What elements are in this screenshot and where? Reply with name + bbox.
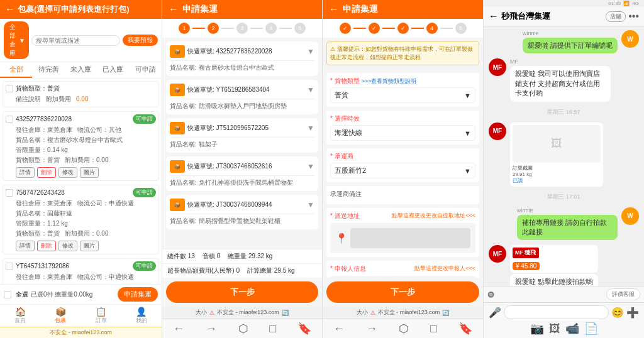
video-button[interactable]: 📹 bbox=[565, 322, 579, 335]
form-card-sender: * 申報人信息 點擊這裡更改申報人<<< 📍 bbox=[326, 261, 479, 278]
form-card: 承運商備注 bbox=[326, 186, 479, 204]
delete-button[interactable]: 刪除 bbox=[37, 241, 56, 251]
message-bubble: 親愛噠 我司可以使用淘寶店鋪支付 支持超商支付或信用卡支付喲 bbox=[510, 66, 611, 101]
tabs-icon[interactable]: 🔖 bbox=[297, 322, 311, 335]
package-icon: 📦 bbox=[170, 199, 185, 211]
panel1-tabs: 全部 待完善 未入庫 已入庫 可申請 bbox=[0, 62, 162, 79]
warehouse-button[interactable]: 全部倉庫 ▼ bbox=[4, 21, 29, 59]
step-2: ✓ bbox=[369, 23, 380, 34]
tab-appliable[interactable]: 可申請 bbox=[130, 62, 162, 78]
share-icon[interactable]: ⬡ bbox=[238, 322, 248, 335]
location-icon: 📍 bbox=[335, 232, 348, 244]
address-hint[interactable]: 點擊這裡更改更改自提取地址<<< bbox=[392, 212, 475, 221]
nav-packages[interactable]: 📦 包裹 bbox=[40, 305, 80, 327]
back-icon[interactable]: ← bbox=[489, 11, 499, 22]
network-label: 4G bbox=[632, 1, 639, 6]
time-label: 01:39 bbox=[608, 1, 621, 6]
expand-icon[interactable]: ▼ bbox=[307, 124, 314, 133]
message-row: W winnie 親愛噠 請提供下訂單編號呢 bbox=[489, 30, 639, 53]
expand-icon[interactable]: ▼ bbox=[307, 47, 314, 56]
form-card-address: * 派送地址 點擊這裡更改更改自提取地址<<< 📍 bbox=[326, 208, 479, 257]
share-icon[interactable]: ⬡ bbox=[399, 322, 409, 335]
back-nav-icon[interactable]: ← bbox=[333, 322, 345, 335]
package-icon: 📦 bbox=[55, 307, 66, 317]
time-effect-select[interactable]: 海運快線 ▼ bbox=[330, 125, 475, 141]
goods-type-select[interactable]: 普貨 ▼ bbox=[330, 87, 475, 103]
image-button[interactable]: 圖片 bbox=[80, 241, 99, 251]
back-icon[interactable]: ← bbox=[169, 4, 179, 15]
expand-icon[interactable]: ▼ bbox=[307, 85, 314, 94]
brand-logo: MF 穗飛 bbox=[513, 248, 539, 258]
item-actions: 詳情 刪除 修改 圖片 bbox=[16, 167, 156, 178]
mypre-button[interactable]: 我要預報 bbox=[123, 35, 158, 46]
tab-not-in[interactable]: 未入庫 bbox=[65, 62, 97, 78]
url-bar-3: 大小 ⚠ 不安全 - miaofei123.com 🔄 bbox=[323, 307, 483, 319]
detail-button[interactable]: 詳情 bbox=[16, 241, 35, 251]
avatar: MF bbox=[489, 58, 506, 76]
item-checkbox[interactable] bbox=[6, 116, 13, 123]
step-5: 5 bbox=[455, 23, 467, 34]
summary-row: 總件數 13 音積 0 總重量 29.32 kg bbox=[162, 249, 322, 263]
tabs-icon[interactable]: 🔖 bbox=[458, 322, 472, 335]
chat-footer: 🎤 😊 ➕ 📷 🖼 📹 📄 bbox=[484, 302, 644, 338]
mic-button[interactable]: 🎤 bbox=[489, 307, 501, 319]
status-badge: 可申請 bbox=[133, 188, 156, 197]
message-time: 星期三 16:57 bbox=[489, 108, 639, 116]
sender-area: 📍 bbox=[330, 276, 475, 278]
tab-all[interactable]: 全部 bbox=[0, 62, 32, 78]
store-tag: 店鋪 bbox=[606, 11, 626, 22]
panel1-subheader: 全部倉庫 ▼ 我要預報 bbox=[0, 19, 162, 62]
apply-button[interactable]: 申請集運 bbox=[118, 287, 158, 302]
expand-icon[interactable]: ▼ bbox=[307, 162, 314, 171]
chat-input[interactable] bbox=[504, 305, 609, 319]
add-button[interactable]: ➕ bbox=[626, 307, 639, 319]
detail-button[interactable]: 詳情 bbox=[16, 167, 35, 178]
tab-in[interactable]: 已入庫 bbox=[97, 62, 129, 78]
bookmark-icon[interactable]: □ bbox=[430, 322, 437, 335]
back-icon[interactable]: ← bbox=[5, 4, 15, 15]
tab-pending[interactable]: 待完善 bbox=[32, 62, 64, 78]
forward-nav-icon[interactable]: → bbox=[366, 322, 377, 335]
list-item: 📦 快遞單號: JT5120996572205 ▼ 貨品名稱: 鞋架子 bbox=[166, 118, 318, 153]
image-button[interactable]: 圖片 bbox=[80, 167, 99, 178]
rate-button[interactable]: 評價客服 bbox=[606, 288, 640, 300]
nav-profile[interactable]: 👤 我的 bbox=[121, 305, 162, 327]
file-button[interactable]: 📄 bbox=[584, 322, 598, 335]
emoji-button[interactable]: 😊 bbox=[611, 307, 624, 319]
chat-messages: W winnie 親愛噠 請提供下訂單編號呢 MF MF 親愛噠 我司可以使用淘… bbox=[484, 26, 644, 286]
expand-icon[interactable]: ▼ bbox=[307, 200, 314, 209]
form-card: * 選擇時效 海運快線 ▼ bbox=[326, 111, 479, 144]
back-icon[interactable]: ← bbox=[329, 4, 339, 15]
photo-button[interactable]: 🖼 bbox=[549, 322, 560, 335]
receiver-select[interactable]: 五股新竹2 ▼ bbox=[330, 163, 475, 178]
avatar: W bbox=[621, 30, 639, 48]
next-button-3[interactable]: 下一步 bbox=[326, 281, 479, 303]
step-1: ✓ bbox=[340, 23, 351, 34]
forward-nav-icon[interactable]: → bbox=[206, 322, 217, 335]
item-checkbox[interactable] bbox=[6, 263, 13, 270]
brand-card[interactable]: MF 穗飛 ¥ 45.80 bbox=[510, 245, 598, 273]
panel3-header: ← 申請集運 bbox=[323, 0, 483, 19]
search-input[interactable] bbox=[31, 35, 120, 46]
bottom-icons-3: ← → ⬡ □ 🔖 bbox=[323, 319, 483, 338]
bookmark-icon[interactable]: □ bbox=[269, 322, 276, 335]
item-checkbox[interactable] bbox=[6, 85, 13, 92]
step-2: 2 bbox=[208, 23, 219, 34]
panel1-footer: 全選 已選0件 總重量0.00kg 申請集運 bbox=[0, 284, 162, 304]
edit-button[interactable]: 修改 bbox=[58, 241, 77, 251]
list-item: 貨物類型：普貨 備注說明附加費用0.00 bbox=[3, 81, 159, 107]
camera-button[interactable]: 📷 bbox=[530, 322, 544, 335]
panel-chat: 01:39 📶 4G ← 秒飛台灣集運 店鋪 ••• W winnie 親愛噠 … bbox=[484, 0, 644, 338]
next-button[interactable]: 下一步 bbox=[166, 281, 318, 303]
nav-orders[interactable]: 📋 訂單 bbox=[81, 305, 121, 327]
select-all[interactable]: 全選 bbox=[4, 290, 28, 299]
edit-button[interactable]: 修改 bbox=[58, 167, 77, 178]
message-row: MF MF 親愛噠 我司可以使用淘寶店鋪支付 支持超商支付或信用卡支付喲 bbox=[489, 58, 639, 101]
sender-hint[interactable]: 點擊這裡更改申報人<<< bbox=[414, 264, 475, 273]
delete-button[interactable]: 刪除 bbox=[37, 167, 56, 178]
back-nav-icon[interactable]: ← bbox=[173, 322, 184, 335]
prog-line-2 bbox=[221, 28, 234, 29]
nav-home[interactable]: 🏠 首頁 bbox=[0, 305, 40, 327]
item-checkbox[interactable] bbox=[6, 189, 13, 197]
more-icon[interactable]: ••• bbox=[628, 11, 639, 22]
